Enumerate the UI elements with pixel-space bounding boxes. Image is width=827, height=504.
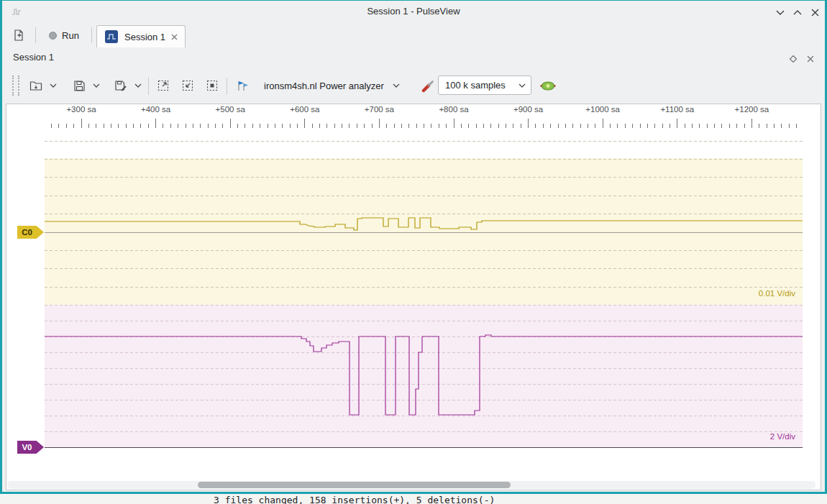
session-tab[interactable]: Session 1 xyxy=(96,25,186,47)
run-state-icon xyxy=(49,32,57,40)
device-selector[interactable]: ironsm4sh.nl Power analyzer xyxy=(258,75,406,96)
new-session-icon xyxy=(12,29,25,42)
device-name: ironsm4sh.nl Power analyzer xyxy=(264,81,384,91)
maximize-button[interactable] xyxy=(791,6,804,19)
open-button[interactable] xyxy=(25,75,47,96)
chevron-down-icon[interactable] xyxy=(518,83,531,88)
channels-probe-icon xyxy=(539,81,557,91)
window-border xyxy=(0,492,827,494)
terminal-text: 3 files changed, 158 insertions(+), 5 de… xyxy=(214,495,495,504)
chevron-down-icon xyxy=(393,83,400,88)
run-button[interactable]: Run xyxy=(41,25,87,45)
capture-toolbar: ironsm4sh.nl Power analyzer 100 k sample… xyxy=(2,68,825,104)
float-icon xyxy=(789,55,798,63)
zoom-fit-icon xyxy=(206,79,219,92)
save-dropdown-button[interactable] xyxy=(91,75,102,96)
titlebar[interactable]: Session 1 - PulseView xyxy=(2,1,825,23)
tab-close-icon[interactable] xyxy=(171,34,178,40)
session-tab-label: Session 1 xyxy=(124,32,165,42)
separator xyxy=(91,27,92,43)
session-tab-icon xyxy=(104,29,119,44)
close-icon xyxy=(807,55,814,63)
separator xyxy=(35,27,36,43)
close-button[interactable] xyxy=(808,6,821,19)
run-label: Run xyxy=(62,30,79,41)
background-terminal: 3 files changed, 158 insertions(+), 5 de… xyxy=(0,492,827,504)
chevron-down-icon xyxy=(93,83,100,88)
close-dock-button[interactable] xyxy=(805,53,816,65)
open-file-icon xyxy=(29,80,42,91)
save-button[interactable] xyxy=(68,75,90,96)
new-session-button[interactable] xyxy=(9,25,29,45)
toolbar-drag-handle[interactable] xyxy=(12,75,19,96)
pulseview-window: Session 1 - PulseView Run Session 1 xyxy=(0,0,827,494)
dock-header[interactable]: Session 1 xyxy=(2,47,825,68)
scrollbar-thumb[interactable] xyxy=(198,482,511,488)
save-icon xyxy=(73,80,86,92)
sample-count-value: 100 k samples xyxy=(439,80,506,91)
zoom-fit-button[interactable] xyxy=(201,75,223,96)
chevron-down-icon xyxy=(776,9,785,15)
close-icon xyxy=(811,9,819,17)
separator xyxy=(148,78,149,95)
dock-title: Session 1 xyxy=(13,52,54,63)
open-dropdown-button[interactable] xyxy=(47,75,59,96)
channels-button[interactable] xyxy=(537,75,559,96)
zoom-in-button[interactable] xyxy=(152,75,174,96)
chevron-down-icon xyxy=(134,83,142,88)
minimize-button[interactable] xyxy=(774,6,787,19)
trace-view[interactable] xyxy=(6,104,821,490)
save-as-icon xyxy=(114,80,127,92)
main-toolbar: Run Session 1 xyxy=(2,23,825,47)
chevron-up-icon xyxy=(793,9,802,15)
zoom-in-icon xyxy=(157,79,170,92)
window-title: Session 1 - PulseView xyxy=(2,6,825,17)
configure-device-button[interactable] xyxy=(417,75,439,96)
separator xyxy=(227,78,227,95)
horizontal-scrollbar[interactable] xyxy=(7,481,815,489)
cursor-flags-icon xyxy=(235,80,249,92)
probe-tool-icon xyxy=(421,78,435,93)
zoom-out-button[interactable] xyxy=(177,75,198,96)
save-as-dropdown-button[interactable] xyxy=(132,75,144,96)
chevron-down-icon xyxy=(50,83,57,88)
save-as-button[interactable] xyxy=(110,75,132,96)
zoom-out-icon xyxy=(181,79,194,92)
show-cursors-button[interactable] xyxy=(231,75,252,96)
sample-count-combobox[interactable]: 100 k samples xyxy=(438,75,531,95)
float-dock-button[interactable] xyxy=(787,53,799,65)
